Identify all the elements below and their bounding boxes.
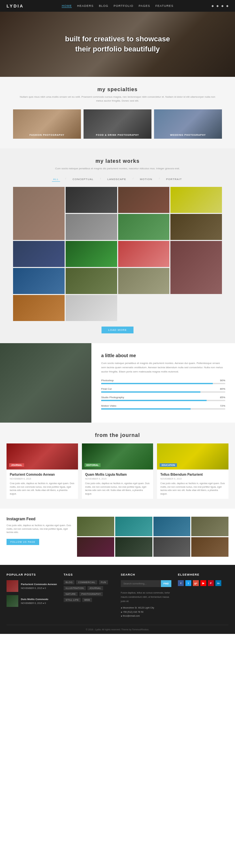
journal-title-3[interactable]: Tellus Bibendum Parturient [160, 473, 225, 476]
journal-card-3: EDUCATION Tellus Bibendum Parturient NOV… [157, 443, 229, 499]
journal-title-1[interactable]: Parturient Commodo Aenean [10, 473, 75, 476]
instagram-grid [77, 517, 229, 557]
instagram-left: Instagram Feed Cras justo odio, dapibus … [6, 517, 72, 557]
filter-all[interactable]: ALL [52, 177, 60, 182]
tag-journal[interactable]: JOURNAL [87, 586, 103, 590]
filter-portrait[interactable]: PORTRAIT [165, 177, 183, 182]
footer-col-tags: TAGS BLOG COMMERCIAL FUN ILLUSTRATION JO… [63, 573, 114, 618]
instagram-photo-1[interactable] [77, 517, 114, 536]
filter-conceptual[interactable]: CONCEPTUAL [71, 177, 95, 182]
footer-search-button[interactable]: FIND [161, 580, 172, 587]
journal-text-3: Cras justo odio, dapibus ac facilisis in… [160, 482, 225, 496]
specialty-item-1[interactable]: FASHION PHOTOGRAPHY [13, 110, 81, 139]
facebook-icon[interactable]: ◆ [216, 4, 219, 7]
social-googleplus-icon[interactable]: g+ [193, 580, 199, 586]
social-icons: f t g+ ▶ P in [178, 580, 229, 586]
specialty-item-3[interactable]: WEDDING PHOTOGRAPHY [154, 110, 222, 139]
social-twitter-icon[interactable]: t [185, 580, 191, 586]
work-item-1[interactable] [13, 187, 64, 240]
social-pinterest-icon[interactable]: P [208, 580, 214, 586]
work-item-3[interactable] [118, 187, 170, 213]
filter-sep-2: / [100, 177, 101, 182]
specialty-item-2[interactable]: FOOD & DRINK PHOTOGRAPHY [83, 110, 152, 139]
filter-landscape[interactable]: LANDSCAPE [106, 177, 127, 182]
nav-portfolio[interactable]: PORTFOLIO [113, 4, 133, 8]
journal-img-1[interactable]: JOURNAL [6, 443, 78, 469]
specialties-subtitle: Nullam quis risus nibh uma-mollis ornare… [20, 95, 215, 103]
filter-motion[interactable]: MOTION [139, 177, 154, 182]
specialties-grid: FASHION PHOTOGRAPHY FOOD & DRINK PHOTOGR… [13, 110, 222, 139]
work-item-12[interactable] [13, 268, 64, 294]
tag-stilllife[interactable]: STILL LIFE [63, 598, 81, 602]
footer-email: firoz@email.com [123, 615, 140, 617]
journal-grid: JOURNAL Parturient Commodo Aenean NOVEMB… [6, 443, 229, 499]
skill-photoshop: Photoshop 90% [101, 379, 225, 384]
tag-blog[interactable]: BLOG [63, 580, 74, 584]
popular-post-title-2[interactable]: Duis Mollis Commodo [21, 597, 48, 601]
tag-photography[interactable]: PHOTOGRAPHY [79, 592, 103, 596]
work-item-11[interactable] [171, 241, 222, 294]
footer-search-input[interactable] [121, 580, 161, 587]
search-row: FIND [121, 580, 172, 587]
tag-nature[interactable]: NATURE [63, 592, 78, 596]
journal-section: from the journal JOURNAL Parturient Comm… [0, 423, 235, 508]
journal-title: from the journal [6, 432, 229, 438]
nav-features[interactable]: FEATURES [155, 4, 173, 8]
footer-col-popular: POPULAR POSTS Parturient Commodo Aenean … [6, 573, 57, 618]
work-item-10[interactable] [118, 241, 170, 267]
work-item-16[interactable] [66, 295, 117, 321]
tag-commercial[interactable]: COMMERCIAL [76, 580, 97, 584]
works-subtitle: Cum sociis natoque penatibus et magnis d… [20, 167, 215, 170]
journal-card-1: JOURNAL Parturient Commodo Aenean NOVEMB… [6, 443, 78, 499]
instagram-photo-8[interactable] [191, 537, 229, 557]
googleplus-icon[interactable]: ◆ [221, 4, 224, 7]
work-item-8[interactable] [13, 241, 64, 267]
instagram-photo-3[interactable] [153, 517, 191, 536]
instagram-follow-button[interactable]: FOLLOW US PAGE [6, 539, 39, 545]
popular-post-thumb-1[interactable] [6, 580, 18, 592]
instagram-section: Instagram Feed Cras justo odio, dapibus … [0, 508, 235, 565]
work-item-6[interactable] [118, 214, 170, 240]
instagram-photo-4[interactable] [191, 517, 229, 536]
social-youtube-icon[interactable]: ▶ [201, 580, 206, 586]
instagram-photo-2[interactable] [115, 517, 152, 536]
journal-img-3[interactable]: EDUCATION [157, 443, 229, 469]
work-item-4[interactable] [171, 187, 222, 213]
nav-blog[interactable]: BLOG [99, 4, 108, 8]
journal-img-2[interactable]: EDITORIAL [82, 443, 153, 469]
work-item-9[interactable] [66, 241, 117, 267]
twitter-icon[interactable]: ◆ [211, 4, 214, 7]
work-item-7[interactable] [171, 214, 222, 240]
journal-title-2[interactable]: Quam Mollis Ligula Nullam [85, 473, 150, 476]
nav-social-icons: ◆ ◆ ◆ ◆ [211, 4, 229, 7]
popular-post-title-1[interactable]: Parturient Commodo Aenean [21, 583, 57, 586]
footer-address: Moonshine St. W123 Light City [123, 607, 154, 609]
journal-text-1: Cras justo odio, dapibus ac facilisis in… [10, 482, 75, 496]
tags-list: BLOG COMMERCIAL FUN ILLUSTRATION JOURNAL… [63, 580, 114, 602]
instagram-icon[interactable]: ◆ [226, 4, 229, 7]
tag-illustration[interactable]: ILLUSTRATION [63, 586, 86, 590]
instagram-photo-7[interactable] [153, 537, 191, 557]
social-facebook-icon[interactable]: f [178, 580, 184, 586]
instagram-photo-5[interactable] [77, 537, 114, 557]
work-item-14[interactable] [118, 268, 170, 294]
work-item-2[interactable] [66, 187, 117, 213]
tag-fun[interactable]: FUN [99, 580, 108, 584]
nav-headers[interactable]: HEADERS [77, 4, 94, 8]
load-more-button[interactable]: LOAD MORE [102, 327, 133, 333]
tag-web[interactable]: WEB [82, 598, 92, 602]
popular-post-thumb-2[interactable] [6, 595, 18, 607]
site-logo[interactable]: LYDIA [6, 4, 24, 8]
hero-title: built for creatives to showcase their po… [65, 34, 170, 54]
works-title: my latest works [13, 158, 222, 164]
nav-pages[interactable]: PAGES [139, 4, 150, 8]
about-photo [0, 343, 92, 423]
social-linkedin-icon[interactable]: in [215, 580, 221, 586]
work-item-13[interactable] [66, 268, 117, 294]
work-item-15[interactable] [13, 295, 64, 321]
footer-elsewhere-title: ELSEWHERE [178, 573, 229, 576]
work-item-5[interactable] [66, 214, 117, 240]
instagram-photo-6[interactable] [115, 537, 152, 557]
filter-sep-1: / [65, 177, 66, 182]
nav-home[interactable]: HOME [62, 4, 72, 8]
